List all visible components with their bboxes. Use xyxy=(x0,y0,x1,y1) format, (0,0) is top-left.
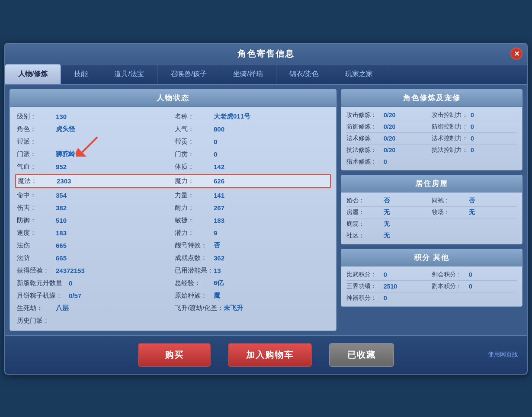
tab-character[interactable]: 人物/修炼 xyxy=(5,64,61,84)
level-value: 130 xyxy=(56,113,67,120)
achievement-cell: 成就点数： 362 xyxy=(173,252,331,264)
agility-label: 敏捷： xyxy=(175,216,214,225)
table-row: 三界功绩： 2510 副本积分： 0 xyxy=(346,281,517,292)
hp-cell: 气血： 952 xyxy=(15,160,173,173)
name-value: 大老虎011号 xyxy=(214,112,250,121)
stamina-value: 267 xyxy=(214,204,224,212)
original-race-label: 原始种族： xyxy=(175,292,214,300)
divine-score-value: 0 xyxy=(384,295,387,302)
score-panel: 积分 其他 比武积分： 0 剑会积分： 0 xyxy=(341,249,522,307)
def-cult-cell: 防御修炼： 0/20 xyxy=(346,123,432,131)
sect-contrib-cell: 门贡： 0 xyxy=(173,148,331,160)
popularity-label: 人气： xyxy=(175,125,214,133)
qianyuan-cell: 新版乾元丹数量 0 xyxy=(15,277,173,289)
history-sect-cell2 xyxy=(173,314,331,327)
constitution-cell: 体质： 142 xyxy=(173,160,331,173)
level-cell: 级别： 130 xyxy=(15,110,173,123)
content-area: 人物状态 级别： 130 名称： 大老虎011号 角色： xyxy=(5,85,527,335)
potential-value: 9 xyxy=(214,229,217,237)
close-button[interactable]: ✕ xyxy=(510,48,522,60)
name-cell: 名称： 大老虎011号 xyxy=(173,110,331,123)
resist-ctrl-value: 0 xyxy=(471,147,474,154)
community-cell: 社区： 无 xyxy=(346,232,432,240)
atk-ctrl-cell: 攻击控制力： 0 xyxy=(432,111,517,119)
defense-label: 防御： xyxy=(17,216,56,225)
gang-contrib-cell: 帮贡： 0 xyxy=(173,135,331,148)
exp-label: 获得经验： xyxy=(17,266,56,275)
speed-value: 183 xyxy=(56,229,67,237)
tab-mount[interactable]: 坐骑/祥瑞 xyxy=(220,64,276,84)
exp-value: 24372153 xyxy=(56,267,85,274)
sect-label: 门派： xyxy=(17,150,56,158)
merit-value: 2510 xyxy=(384,283,397,290)
table-row: 魔法： 2303 魔力： 626 xyxy=(15,174,331,188)
table-row: 帮派： 帮贡： 0 xyxy=(15,135,331,148)
score-data-grid: 比武积分： 0 剑会积分： 0 三界功绩： 2510 xyxy=(341,266,522,306)
house-label: 房屋： xyxy=(346,208,381,216)
right-panel: 角色修炼及宠修 攻击修炼： 0/20 攻击控制力： 0 xyxy=(341,89,522,331)
total-exp-value: 6亿 xyxy=(214,279,224,287)
buy-button[interactable]: 购买 xyxy=(138,343,211,367)
table-row: 速度： 183 潜力： 9 xyxy=(15,227,331,239)
window-title: 角色寄售信息 xyxy=(237,49,295,58)
mooncake-value: 0/57 xyxy=(69,292,81,299)
popularity-cell: 人气： 800 xyxy=(173,123,331,135)
table-row: 伤害： 382 耐力： 267 xyxy=(15,202,331,214)
dungeon-score-label: 副本积分： xyxy=(432,282,466,290)
table-row: 防御： 510 敏捷： 183 xyxy=(15,214,331,227)
constitution-value: 142 xyxy=(214,163,224,170)
tongpao-label: 同袍： xyxy=(432,197,466,205)
table-row: 角色： 虎头怪 人气： 800 xyxy=(15,123,331,135)
strength-value: 141 xyxy=(214,192,224,199)
house-cell: 房屋： 无 xyxy=(346,208,432,216)
history-sect-cell: 历史门派： xyxy=(15,314,173,327)
table-row: 房屋： 无 牧场： 无 xyxy=(346,207,517,218)
table-row: 抗法修炼： 0/20 抗法控制力： 0 xyxy=(346,144,517,156)
sword-score-cell: 剑会积分： 0 xyxy=(432,271,517,279)
community-label: 社区： xyxy=(346,232,381,240)
resist-cult-label: 抗法修炼： xyxy=(346,146,381,154)
potential-label: 潜力： xyxy=(175,229,214,237)
ranch-cell: 牧场： 无 xyxy=(432,208,517,216)
character-data-grid: 级别： 130 名称： 大老虎011号 角色： 虎头怪 人气： xyxy=(10,107,336,330)
speed-cell: 速度： 183 xyxy=(15,227,173,239)
table-row: 猎术修炼： 0 xyxy=(346,156,517,167)
merit-cell: 三界功绩： 2510 xyxy=(346,282,432,290)
red-arrow-icon xyxy=(76,135,102,157)
tab-summon[interactable]: 召唤兽/孩子 xyxy=(157,64,220,84)
potential-cell: 潜力： 9 xyxy=(173,227,331,239)
magic-ctrl-value: 0 xyxy=(471,135,474,142)
sword-score-label: 剑会积分： xyxy=(432,271,466,279)
original-race-cell: 原始种族： 魔 xyxy=(173,289,331,302)
table-row: 获得经验： 24372153 已用潜能果： 13 xyxy=(15,264,331,277)
atk-cult-label: 攻击修炼： xyxy=(346,111,381,119)
magic-damage-label: 法伤 xyxy=(17,241,56,250)
tab-skills[interactable]: 技能 xyxy=(61,64,101,84)
role-value: 虎头怪 xyxy=(56,125,75,133)
magic-cult-label: 法术修炼 xyxy=(346,135,381,142)
tab-items[interactable]: 道具/法宝 xyxy=(101,64,157,84)
ranch-value: 无 xyxy=(469,208,475,216)
gang-label: 帮派： xyxy=(17,138,56,146)
table-row: 防御修炼： 0/20 防御控制力： 0 xyxy=(346,121,517,133)
web-link[interactable]: 使用网页版 xyxy=(488,351,518,359)
mp-value: 2303 xyxy=(57,177,71,185)
potential-fruit-cell: 已用潜能果： 13 xyxy=(173,264,331,277)
damage-value: 382 xyxy=(56,204,67,212)
married-cell: 婚否： 否 xyxy=(346,197,432,205)
score-header: 积分 其他 xyxy=(341,249,522,266)
achievement-value: 362 xyxy=(214,254,224,262)
table-row: 法伤 665 靓号特效： 否 xyxy=(15,239,331,252)
main-window: 角色寄售信息 ✕ 人物/修炼 技能 道具/法宝 召唤兽/孩子 坐骑/祥瑞 锦衣/… xyxy=(4,43,528,375)
ascension-cell: 飞升/渡劫/化圣： 未飞升 xyxy=(173,302,331,314)
level-label: 级别： xyxy=(17,112,56,121)
tab-costume[interactable]: 锦衣/染色 xyxy=(276,64,332,84)
tab-home[interactable]: 玩家之家 xyxy=(332,64,386,84)
def-cult-value: 0/20 xyxy=(384,123,395,130)
martial-score-label: 比武积分： xyxy=(346,271,381,279)
magic-defense-cell: 法防 665 xyxy=(15,252,173,264)
collect-button[interactable]: 已收藏 xyxy=(329,343,394,367)
add-to-cart-button[interactable]: 加入购物车 xyxy=(228,343,312,367)
mp-label: 魔法： xyxy=(18,177,57,185)
table-row: 攻击修炼： 0/20 攻击控制力： 0 xyxy=(346,109,517,121)
